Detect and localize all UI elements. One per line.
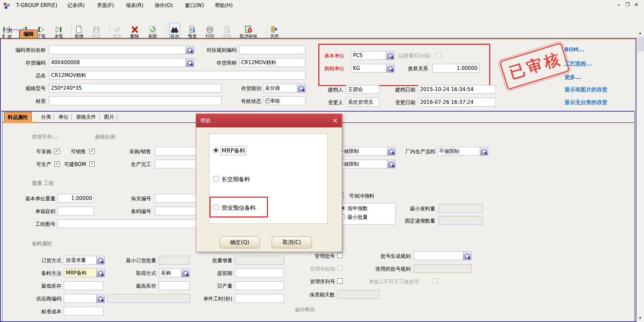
- subtab-qualification[interactable]: 资格文件: [73, 112, 99, 122]
- option-mrp-radio[interactable]: [213, 147, 219, 153]
- lookup-button[interactable]: [386, 51, 394, 59]
- toolbar-delete-button[interactable]: 删除: [130, 23, 140, 39]
- lead-time-field[interactable]: [235, 269, 284, 277]
- subtab-item-attributes[interactable]: 料品属性: [4, 112, 32, 122]
- dialog-ok-button[interactable]: 确定(Q): [220, 236, 260, 248]
- lookup-button[interactable]: [96, 256, 104, 264]
- item-level-field[interactable]: 未分级: [263, 84, 306, 92]
- trade-unit-field[interactable]: KG: [351, 64, 395, 73]
- toolbar-cancel-audit-button[interactable]: 取消审核: [239, 23, 258, 39]
- menu-item-window[interactable]: 窗口(W): [185, 2, 204, 9]
- subtab-image[interactable]: 图片: [101, 112, 118, 122]
- min-stock-field[interactable]: [64, 281, 103, 290]
- purchase-sale-field[interactable]: [155, 147, 196, 156]
- menu-item-ui[interactable]: 界面(F): [97, 2, 114, 9]
- menu-item-report[interactable]: 报表(R): [126, 2, 143, 9]
- manage-batch-checkbox[interactable]: [337, 253, 342, 258]
- supplier-code-field[interactable]: [64, 294, 105, 303]
- menu-item-action[interactable]: 操作(O): [155, 2, 173, 9]
- tab-edit[interactable]: 编辑: [19, 30, 38, 38]
- link-process-flow[interactable]: 工艺流程...: [564, 61, 592, 68]
- spec-field[interactable]: 250*240*35: [49, 84, 222, 92]
- order-mode-field[interactable]: 按需求量: [64, 256, 105, 265]
- code-category-field[interactable]: [49, 45, 194, 54]
- lookup-button[interactable]: [297, 84, 305, 92]
- material-field[interactable]: [49, 96, 222, 105]
- item-abbr-field[interactable]: CR12MOV精料: [239, 58, 306, 67]
- acquire-mode-field[interactable]: 采购: [159, 269, 190, 277]
- toolbar-last-button[interactable]: 末笔: [54, 23, 64, 39]
- toolbar-separator: [267, 24, 267, 39]
- purchasable-checkbox[interactable]: [54, 149, 60, 154]
- minimize-button[interactable]: –: [617, 2, 620, 8]
- lookup-button[interactable]: [480, 147, 488, 155]
- toolbar-refresh-button[interactable]: 刷新: [148, 23, 158, 39]
- menu-item-record[interactable]: 记录(R): [67, 2, 85, 9]
- option-long-lead-radio[interactable]: [213, 176, 219, 182]
- toolbar-filter-button[interactable]: 筛选: [169, 23, 180, 40]
- link-bom[interactable]: BOM...: [564, 46, 585, 53]
- box-volume-field[interactable]: [58, 207, 94, 215]
- option-long-lead-label[interactable]: 长交期备料: [222, 175, 250, 183]
- prep-method-field[interactable]: MRP备料: [64, 269, 105, 277]
- menu-item-help[interactable]: 帮助(H): [215, 2, 233, 9]
- lookup-button[interactable]: [463, 252, 471, 260]
- item-code-field[interactable]: 400400008: [49, 58, 194, 67]
- rule-code-field[interactable]: [239, 45, 306, 54]
- toolbar-next-button[interactable]: 下笔: [36, 23, 46, 39]
- lookup-button[interactable]: [387, 160, 395, 168]
- acquire-mode-label: 取得方式: [132, 270, 156, 277]
- lookup-button[interactable]: [186, 46, 194, 54]
- restore-button[interactable]: ❐: [625, 2, 630, 8]
- toolbar-print-button[interactable]: 打印: [205, 23, 215, 39]
- prod-finish-field[interactable]: [155, 160, 196, 168]
- factory-flow-field[interactable]: 不做限制: [437, 147, 488, 156]
- lookup-button[interactable]: [386, 64, 394, 72]
- customs-code-field[interactable]: [155, 194, 196, 203]
- lookup-button[interactable]: [96, 269, 104, 277]
- max-stock-field[interactable]: [159, 281, 190, 290]
- scroll-down-button[interactable]: ▼: [637, 315, 644, 321]
- toolbar-preview-button[interactable]: 预览: [187, 23, 197, 39]
- base-unit-weight-field[interactable]: 1.00000: [58, 194, 94, 203]
- link-show-unclassified[interactable]: 显示无分类的存货: [564, 99, 607, 106]
- lookup-button[interactable]: [96, 294, 104, 303]
- lookup-button[interactable]: [186, 58, 194, 67]
- item-name-field[interactable]: CR12MOV精料: [49, 71, 306, 80]
- link-show-with-image[interactable]: 显示有图片的存货: [564, 86, 607, 93]
- scrollbar-thumb[interactable]: [638, 37, 644, 51]
- vertical-scrollbar[interactable]: [637, 30, 644, 322]
- tab-browse[interactable]: 浏览: [4, 30, 19, 38]
- drawing-no-field[interactable]: [58, 219, 196, 228]
- dialog-title-bar[interactable]: 帮助: [196, 114, 342, 127]
- toolbar-close-button[interactable]: 关闭: [269, 23, 279, 39]
- daily-output-field[interactable]: [235, 281, 284, 290]
- can-bom-checkbox[interactable]: [89, 161, 95, 167]
- option-mrp-label[interactable]: MRP备料: [220, 146, 247, 155]
- toolbar-new-button[interactable]: 新增: [74, 23, 84, 39]
- close-button[interactable]: ✕: [634, 2, 639, 8]
- subtab-category[interactable]: 分类: [38, 112, 54, 122]
- base-unit-field[interactable]: PCS: [351, 51, 395, 60]
- sellable-checkbox[interactable]: [89, 149, 95, 154]
- subtab-unit[interactable]: 单位: [55, 112, 72, 122]
- link-more[interactable]: 更多...: [564, 74, 581, 81]
- limit1-field[interactable]: 不做限制: [337, 147, 396, 156]
- manage-serial-checkbox[interactable]: [337, 278, 342, 284]
- unit-hours-field[interactable]: [235, 294, 284, 303]
- barcode-field[interactable]: [155, 207, 196, 215]
- next-record-icon: [37, 25, 45, 33]
- limit2-field[interactable]: 不做限制: [337, 160, 396, 168]
- lookup-button[interactable]: [181, 269, 189, 277]
- annotation-box-forecast: [210, 197, 268, 217]
- magnifier-icon: [98, 258, 103, 263]
- dialog-close-icon[interactable]: ×: [332, 117, 338, 124]
- lookup-button[interactable]: [387, 147, 395, 155]
- batch-rule-field[interactable]: [414, 251, 471, 260]
- menu-item-app[interactable]: T-GROUP ERP(E): [16, 2, 57, 8]
- std-cost-field[interactable]: [64, 307, 103, 316]
- producible-checkbox[interactable]: [54, 161, 60, 167]
- dialog-cancel-button[interactable]: 取消(C): [272, 236, 312, 248]
- conversion-field[interactable]: 1.00000: [432, 64, 479, 73]
- scroll-up-button[interactable]: ▲: [637, 30, 644, 36]
